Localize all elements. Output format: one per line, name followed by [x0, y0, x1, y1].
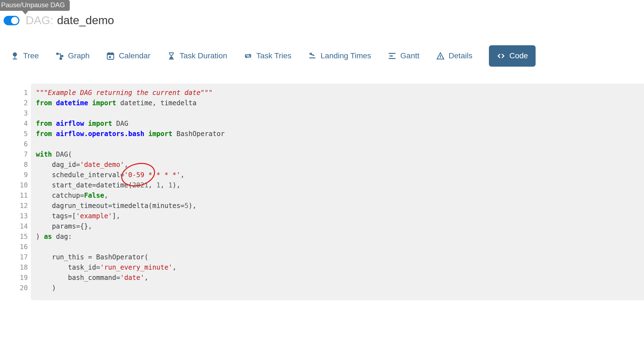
code-text: bash_command='date', — [28, 273, 148, 283]
code-line: 8 dag_id='date_demo', — [0, 160, 644, 170]
code-text: task_id='run_every_minute', — [28, 262, 176, 273]
line-number: 2 — [0, 98, 28, 108]
code-line: 19 bash_command='date', — [0, 273, 644, 283]
line-number: 5 — [0, 129, 28, 139]
code-line: 20 ) — [0, 283, 644, 293]
tab-label: Gantt — [400, 51, 419, 60]
code-line: 16 — [0, 242, 644, 252]
code-text: from datetime import datetime, timedelta — [28, 98, 197, 108]
details-icon — [436, 52, 445, 60]
code-text: ) as dag: — [28, 232, 72, 242]
line-number: 1 — [0, 88, 28, 98]
tooltip-text: Pause/Unpause DAG — [1, 1, 65, 9]
code-line: 2from datetime import datetime, timedelt… — [0, 98, 644, 108]
tab-code[interactable]: Code — [489, 45, 536, 67]
plane-landing-icon — [308, 52, 317, 60]
code-text: with DAG( — [28, 149, 72, 160]
repeat-icon — [244, 52, 252, 60]
line-number: 13 — [0, 211, 28, 221]
tab-tree[interactable]: Tree — [11, 51, 39, 60]
code-line: 13 tags=['example'], — [0, 211, 644, 221]
line-number: 10 — [0, 180, 28, 190]
annotation-ellipse — [118, 160, 158, 189]
pause-tooltip: Pause/Unpause DAG — [0, 0, 70, 11]
code-line: 4from airflow import DAG — [0, 119, 644, 129]
line-number: 20 — [0, 283, 28, 293]
code-text: params={}, — [28, 221, 92, 232]
tab-graph[interactable]: Graph — [56, 51, 90, 60]
hourglass-icon — [167, 52, 176, 60]
code-text: """Example DAG returning the current dat… — [28, 88, 213, 98]
code-text: dag_id='date_demo', — [28, 160, 128, 170]
tab-task-duration[interactable]: Task Duration — [167, 51, 227, 60]
line-number: 7 — [0, 149, 28, 160]
code-text — [28, 108, 36, 119]
view-tabs: Tree Graph Calendar Task D — [11, 45, 536, 67]
code-icon — [497, 52, 505, 60]
tab-label: Graph — [68, 51, 90, 60]
code-text: from airflow.operators.bash import BashO… — [28, 129, 225, 139]
code-line: 5from airflow.operators.bash import Bash… — [0, 129, 644, 139]
line-number: 11 — [0, 190, 28, 201]
code-line: 1"""Example DAG returning the current da… — [0, 88, 644, 98]
tab-landing-times[interactable]: Landing Times — [308, 51, 371, 60]
tab-gantt[interactable]: Gantt — [388, 51, 419, 60]
tab-label: Landing Times — [320, 51, 371, 60]
code-line: 17 run_this = BashOperator( — [0, 252, 644, 262]
tab-label: Details — [449, 51, 473, 60]
line-number: 17 — [0, 252, 28, 262]
code-line: 18 task_id='run_every_minute', — [0, 262, 644, 273]
line-number: 6 — [0, 139, 28, 149]
code-text: ) — [28, 283, 56, 293]
code-text: run_this = BashOperator( — [28, 252, 148, 262]
code-text: catchup=False, — [28, 190, 108, 201]
page-title: DAG: date_demo — [26, 14, 114, 27]
code-text: tags=['example'], — [28, 211, 120, 221]
line-number: 18 — [0, 262, 28, 273]
code-text — [28, 139, 36, 149]
dag-pause-toggle[interactable] — [4, 16, 19, 25]
code-text: schedule_interval='0-59 * * * *', — [28, 170, 185, 180]
code-text — [28, 242, 36, 252]
tab-details[interactable]: Details — [436, 51, 473, 60]
code-line: 9 schedule_interval='0-59 * * * *', — [0, 170, 644, 180]
code-line: 15) as dag: — [0, 232, 644, 242]
dag-prefix: DAG: — [26, 14, 53, 27]
tab-label: Calendar — [119, 51, 150, 60]
line-number: 14 — [0, 221, 28, 232]
tab-label: Task Duration — [180, 51, 227, 60]
line-number: 3 — [0, 108, 28, 119]
code-view: 1"""Example DAG returning the current da… — [0, 84, 644, 300]
tab-label: Code — [509, 51, 528, 60]
line-number: 15 — [0, 232, 28, 242]
dag-code-page: Pause/Unpause DAG DAG: date_demo Tree Gr… — [0, 0, 644, 341]
code-line: 14 params={}, — [0, 221, 644, 232]
code-text: from airflow import DAG — [28, 119, 128, 129]
tab-label: Tree — [23, 51, 39, 60]
code-line: 12 dagrun_timeout=timedelta(minutes=5), — [0, 201, 644, 211]
line-number: 19 — [0, 273, 28, 283]
graph-icon — [56, 52, 64, 60]
code-lines: 1"""Example DAG returning the current da… — [0, 88, 644, 293]
line-number: 16 — [0, 242, 28, 252]
calendar-icon — [106, 52, 115, 60]
line-number: 12 — [0, 201, 28, 211]
tab-calendar[interactable]: Calendar — [106, 51, 150, 60]
dag-name: date_demo — [57, 14, 114, 27]
gantt-icon — [388, 52, 396, 60]
code-line: 7with DAG( — [0, 149, 644, 160]
tab-task-tries[interactable]: Task Tries — [244, 51, 291, 60]
line-number: 4 — [0, 119, 28, 129]
tree-icon — [11, 52, 19, 60]
code-text: dagrun_timeout=timedelta(minutes=5), — [28, 201, 197, 211]
code-line: 3 — [0, 108, 644, 119]
line-number: 8 — [0, 160, 28, 170]
code-line: 10 start_date=datetime(2021, 1, 1), — [0, 180, 644, 190]
line-number: 9 — [0, 170, 28, 180]
title-bar: DAG: date_demo — [4, 14, 114, 27]
code-line: 11 catchup=False, — [0, 190, 644, 201]
toggle-knob — [11, 17, 18, 24]
code-line: 6 — [0, 139, 644, 149]
tab-label: Task Tries — [256, 51, 291, 60]
